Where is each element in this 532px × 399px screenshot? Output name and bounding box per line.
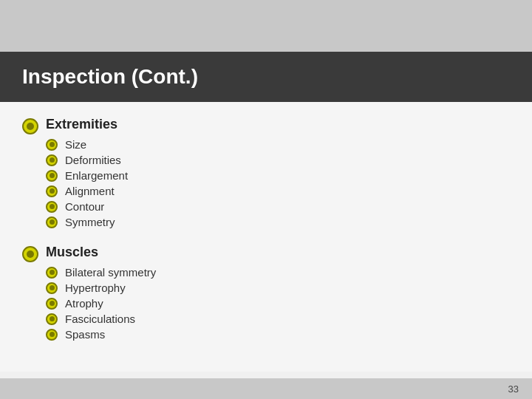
list-item: Enlargement (46, 169, 128, 182)
list-item: Fasciculations (46, 313, 156, 325)
fasciculations-label: Fasciculations (65, 313, 135, 325)
contour-label: Contour (65, 200, 104, 213)
list-item: Size (46, 138, 128, 151)
deformities-label: Deformities (65, 154, 121, 166)
alignment-icon (46, 185, 58, 197)
size-label: Size (65, 138, 86, 151)
hypertrophy-label: Hypertrophy (65, 282, 126, 294)
muscles-label: Muscles (46, 245, 156, 260)
list-item: Contour (46, 200, 128, 213)
spasms-label: Spasms (65, 328, 105, 341)
extremities-content: Extremities Size Deformities Enlargement… (46, 117, 128, 231)
atrophy-icon (46, 298, 58, 310)
extremities-section: Extremities Size Deformities Enlargement… (22, 117, 510, 231)
muscles-section-icon (22, 246, 38, 262)
enlargement-icon (46, 170, 58, 182)
extremities-list: Size Deformities Enlargement Alignment C… (46, 138, 128, 231)
symmetry-label: Symmetry (65, 216, 115, 228)
fasciculations-icon (46, 313, 58, 325)
list-item: Symmetry (46, 216, 128, 228)
atrophy-label: Atrophy (65, 297, 103, 310)
muscles-section: Muscles Bilateral symmetry Hypertrophy A… (22, 245, 510, 344)
list-item: Bilateral symmetry (46, 266, 156, 279)
bilateral-symmetry-icon (46, 267, 58, 279)
bilateral-symmetry-label: Bilateral symmetry (65, 266, 156, 279)
muscles-content: Muscles Bilateral symmetry Hypertrophy A… (46, 245, 156, 344)
list-item: Atrophy (46, 297, 156, 310)
extremities-label: Extremities (46, 117, 128, 132)
top-bar (0, 0, 532, 52)
size-icon (46, 139, 58, 151)
alignment-label: Alignment (65, 185, 115, 197)
spasms-icon (46, 329, 58, 341)
list-item: Alignment (46, 185, 128, 197)
contour-icon (46, 201, 58, 213)
list-item: Spasms (46, 328, 156, 341)
bottom-bar: 33 (0, 378, 532, 399)
deformities-icon (46, 154, 58, 166)
enlargement-label: Enlargement (65, 169, 128, 182)
main-content: Extremities Size Deformities Enlargement… (0, 102, 532, 372)
page-title: Inspection (Cont.) (22, 65, 510, 89)
list-item: Hypertrophy (46, 282, 156, 294)
hypertrophy-icon (46, 282, 58, 294)
extremities-section-icon (22, 118, 38, 134)
extremities-icon-inner (27, 123, 34, 130)
muscles-icon-inner (27, 250, 34, 258)
page-number: 33 (508, 383, 519, 395)
title-bar: Inspection (Cont.) (0, 52, 532, 102)
muscles-list: Bilateral symmetry Hypertrophy Atrophy F… (46, 266, 156, 344)
symmetry-icon (46, 216, 58, 228)
list-item: Deformities (46, 154, 128, 166)
